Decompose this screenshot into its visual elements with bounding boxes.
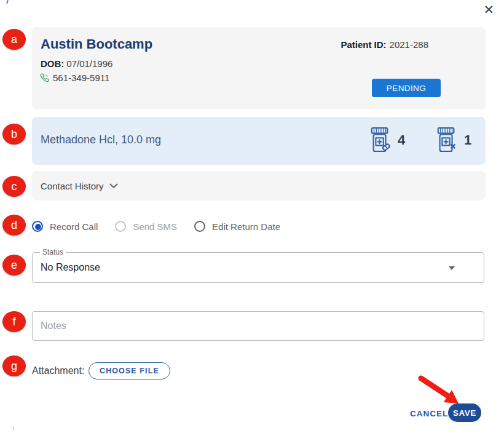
rx-fill-count: 4 xyxy=(398,132,405,148)
pending-status-button[interactable]: PENDING xyxy=(372,79,441,97)
patient-dob: DOB:07/01/1996 xyxy=(41,58,112,69)
rx-bottle-pill-icon xyxy=(369,126,392,154)
patient-header-card: Austin Bootcamp DOB:07/01/1996 561-349-5… xyxy=(32,27,486,109)
annotation-badge-d: d xyxy=(2,215,26,236)
dob-label: DOB: xyxy=(41,58,64,69)
patient-id-label: Patient ID: xyxy=(341,39,386,50)
phone-number: 561-349-5911 xyxy=(53,73,109,83)
rx-missed-counter: 1 xyxy=(435,126,471,154)
status-select-label: Status xyxy=(40,248,66,256)
artifact-mark-top xyxy=(6,0,9,4)
medication-row: Methadone Hcl, 10.0 mg 4 xyxy=(32,117,486,165)
radio-send-sms: Send SMS xyxy=(115,221,177,232)
phone-icon xyxy=(40,73,49,82)
patient-id-value: 2021-288 xyxy=(390,39,428,50)
rx-missed-count: 1 xyxy=(464,132,471,148)
artifact-mark-bottom xyxy=(13,427,14,431)
chevron-down-icon xyxy=(109,183,118,189)
action-radio-group: Record Call Send SMS Edit Return Date xyxy=(32,219,280,234)
radio-edit-return-date-circle[interactable] xyxy=(194,221,205,232)
patient-id: Patient ID:2021-288 xyxy=(341,39,428,50)
dropdown-arrow-icon[interactable] xyxy=(449,266,455,270)
radio-edit-return-date[interactable]: Edit Return Date xyxy=(194,221,280,232)
dob-value: 07/01/1996 xyxy=(66,58,112,69)
radio-record-call-label: Record Call xyxy=(50,221,98,232)
radio-send-sms-circle xyxy=(115,221,126,232)
annotation-badge-a: a xyxy=(2,29,26,50)
rx-fills-counter: 4 xyxy=(369,126,405,154)
status-select[interactable]: Status No Response xyxy=(32,252,484,283)
annotation-badge-c: c xyxy=(2,176,26,197)
notes-input[interactable] xyxy=(33,312,484,340)
contact-history-expander[interactable]: Contact History xyxy=(32,171,486,201)
status-select-value: No Response xyxy=(41,262,100,273)
contact-history-label: Contact History xyxy=(41,181,104,191)
attachment-label: Attachment: xyxy=(32,365,84,376)
choose-file-button[interactable]: CHOOSE FILE xyxy=(89,362,170,379)
notes-field-wrap xyxy=(32,311,484,341)
radio-record-call-circle[interactable] xyxy=(32,221,43,232)
radio-send-sms-label: Send SMS xyxy=(133,221,177,232)
annotation-badge-b: b xyxy=(2,124,26,145)
cancel-button[interactable]: CANCEL xyxy=(406,408,452,419)
annotation-badge-g: g xyxy=(2,356,26,376)
rx-bottle-x-icon xyxy=(435,126,459,154)
record-call-modal: ✕ a b c d e f g Austin Bootcamp DOB:07/0… xyxy=(0,0,504,433)
save-button[interactable]: SAVE xyxy=(448,403,481,422)
medication-name: Methadone Hcl, 10.0 mg xyxy=(41,133,161,146)
annotation-badge-e: e xyxy=(2,255,26,276)
annotation-badge-f: f xyxy=(2,311,26,332)
radio-record-call[interactable]: Record Call xyxy=(32,221,98,232)
close-icon[interactable]: ✕ xyxy=(483,3,494,16)
patient-name: Austin Bootcamp xyxy=(41,36,152,52)
patient-phone: 561-349-5911 xyxy=(40,73,109,83)
radio-edit-return-date-label: Edit Return Date xyxy=(212,221,280,232)
